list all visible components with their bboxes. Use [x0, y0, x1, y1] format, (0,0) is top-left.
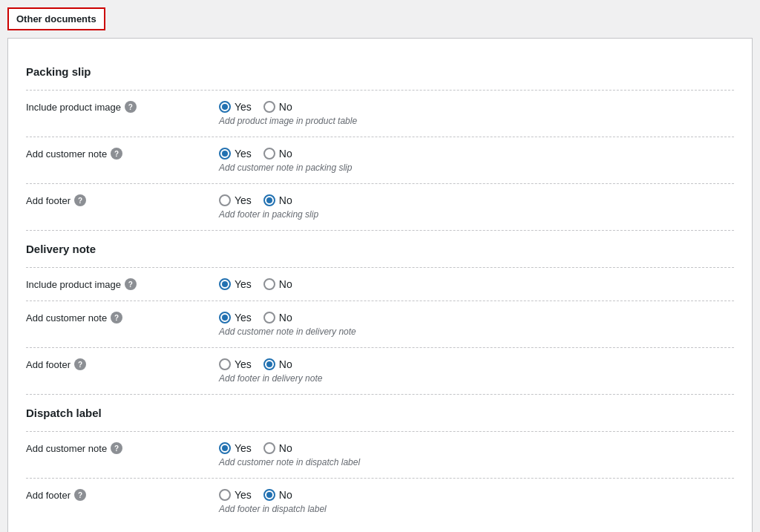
radio-label-dl-add-footer-no: No — [279, 489, 292, 501]
radio-option-dn-add-footer-no[interactable]: No — [263, 358, 292, 370]
radio-group-ps-add-footer: YesNo — [219, 194, 734, 206]
section-title-dispatch-label: Dispatch label — [26, 407, 734, 422]
radio-option-dn-add-customer-note-no[interactable]: No — [263, 312, 292, 324]
radio-group-dl-add-footer: YesNo — [219, 489, 734, 501]
radio-input-dn-add-customer-note-yes[interactable] — [219, 312, 231, 324]
radio-group-ps-include-product-image: YesNo — [219, 101, 734, 113]
radio-option-dl-add-footer-yes[interactable]: Yes — [219, 489, 252, 501]
radio-option-ps-add-footer-yes[interactable]: Yes — [219, 194, 252, 206]
helper-text-dl-add-footer: Add footer in dispatch label — [219, 504, 734, 514]
radio-option-ps-include-product-image-yes[interactable]: Yes — [219, 101, 252, 113]
section-title-packing-slip: Packing slip — [26, 65, 734, 81]
setting-control-ps-add-customer-note: YesNoAdd customer note in packing slip — [219, 148, 734, 173]
radio-input-dl-add-customer-note-yes[interactable] — [219, 442, 231, 454]
setting-row-dn-add-customer-note: Add customer note?YesNoAdd customer note… — [26, 301, 734, 348]
helper-text-dn-add-customer-note: Add customer note in delivery note — [219, 326, 734, 337]
radio-label-dl-add-customer-note-yes: Yes — [235, 442, 252, 454]
radio-label-ps-add-customer-note-yes: Yes — [235, 148, 252, 160]
page-wrapper: Other documents Packing slipInclude prod… — [0, 0, 760, 532]
radio-input-ps-add-footer-no[interactable] — [263, 194, 275, 206]
setting-label-text-ps-include-product-image: Include product image — [26, 102, 121, 113]
radio-option-ps-add-customer-note-no[interactable]: No — [263, 148, 292, 160]
radio-input-dl-add-footer-yes[interactable] — [219, 489, 231, 501]
setting-label-ps-include-product-image: Include product image? — [26, 101, 219, 113]
radio-option-dn-add-customer-note-yes[interactable]: Yes — [219, 312, 252, 324]
radio-label-dn-add-customer-note-no: No — [279, 312, 292, 324]
radio-input-ps-add-customer-note-no[interactable] — [263, 148, 275, 160]
setting-label-text-dl-add-footer: Add footer — [26, 490, 71, 501]
radio-input-ps-add-footer-yes[interactable] — [219, 194, 231, 206]
setting-label-text-ps-add-customer-note: Add customer note — [26, 148, 107, 160]
setting-row-dn-add-footer: Add footer?YesNoAdd footer in delivery n… — [26, 348, 734, 395]
radio-input-dl-add-customer-note-no[interactable] — [263, 442, 275, 454]
radio-input-dn-include-product-image-yes[interactable] — [219, 278, 231, 290]
helper-text-ps-include-product-image: Add product image in product table — [219, 116, 734, 126]
radio-option-ps-include-product-image-no[interactable]: No — [263, 101, 292, 113]
radio-label-dn-add-footer-no: No — [279, 358, 292, 370]
radio-label-ps-add-footer-no: No — [279, 194, 292, 206]
radio-input-dl-add-footer-no[interactable] — [263, 489, 275, 501]
setting-row-ps-add-footer: Add footer?YesNoAdd footer in packing sl… — [26, 184, 734, 231]
setting-row-ps-add-customer-note: Add customer note?YesNoAdd customer note… — [26, 137, 734, 184]
radio-group-dn-add-footer: YesNo — [219, 358, 734, 370]
radio-option-dl-add-footer-no[interactable]: No — [263, 489, 292, 501]
setting-control-ps-add-footer: YesNoAdd footer in packing slip — [219, 194, 734, 220]
radio-input-dn-add-footer-yes[interactable] — [219, 358, 231, 370]
setting-control-dn-add-footer: YesNoAdd footer in delivery note — [219, 358, 734, 384]
radio-label-ps-add-footer-yes: Yes — [235, 194, 252, 206]
setting-label-text-dn-include-product-image: Include product image — [26, 279, 121, 290]
radio-option-ps-add-footer-no[interactable]: No — [263, 194, 292, 206]
radio-option-dl-add-customer-note-no[interactable]: No — [263, 442, 292, 454]
help-icon-ps-add-footer[interactable]: ? — [74, 194, 86, 206]
help-icon-ps-add-customer-note[interactable]: ? — [111, 148, 122, 160]
setting-label-dn-include-product-image: Include product image? — [26, 278, 219, 290]
radio-option-dn-include-product-image-yes[interactable]: Yes — [219, 278, 252, 290]
radio-label-dn-add-footer-yes: Yes — [235, 358, 252, 370]
main-content: Packing slipInclude product image?YesNoA… — [7, 38, 753, 532]
radio-input-ps-include-product-image-yes[interactable] — [219, 101, 231, 113]
help-icon-dn-include-product-image[interactable]: ? — [125, 278, 137, 290]
help-icon-dn-add-footer[interactable]: ? — [74, 358, 86, 370]
radio-input-dn-add-footer-no[interactable] — [263, 358, 275, 370]
radio-label-ps-include-product-image-yes: Yes — [235, 101, 252, 113]
helper-text-dl-add-customer-note: Add customer note in dispatch label — [219, 457, 734, 467]
setting-control-dl-add-customer-note: YesNoAdd customer note in dispatch label — [219, 442, 734, 467]
section-header-dispatch-label: Dispatch label — [26, 395, 734, 431]
help-icon-dn-add-customer-note[interactable]: ? — [111, 312, 122, 324]
radio-group-ps-add-customer-note: YesNo — [219, 148, 734, 160]
other-documents-tab[interactable]: Other documents — [7, 7, 105, 30]
section-title-delivery-note: Delivery note — [26, 243, 734, 258]
section-header-delivery-note: Delivery note — [26, 231, 734, 267]
setting-control-dn-add-customer-note: YesNoAdd customer note in delivery note — [219, 312, 734, 337]
setting-control-ps-include-product-image: YesNoAdd product image in product table — [219, 101, 734, 126]
setting-row-dl-add-customer-note: Add customer note?YesNoAdd customer note… — [26, 432, 734, 479]
radio-option-dn-include-product-image-no[interactable]: No — [263, 278, 292, 290]
helper-text-ps-add-footer: Add footer in packing slip — [219, 209, 734, 220]
section-header-packing-slip: Packing slip — [26, 53, 734, 90]
setting-label-text-dn-add-footer: Add footer — [26, 359, 71, 370]
setting-row-dl-add-footer: Add footer?YesNoAdd footer in dispatch l… — [26, 479, 734, 525]
setting-label-ps-add-customer-note: Add customer note? — [26, 148, 219, 160]
help-icon-dl-add-customer-note[interactable]: ? — [111, 442, 122, 454]
helper-text-dn-add-footer: Add footer in delivery note — [219, 373, 734, 384]
radio-label-ps-include-product-image-no: No — [279, 101, 292, 113]
setting-label-text-dl-add-customer-note: Add customer note — [26, 443, 107, 454]
radio-group-dn-add-customer-note: YesNo — [219, 312, 734, 324]
radio-input-dn-include-product-image-no[interactable] — [263, 278, 275, 290]
radio-input-ps-add-customer-note-yes[interactable] — [219, 148, 231, 160]
setting-label-dn-add-customer-note: Add customer note? — [26, 312, 219, 324]
radio-label-dn-include-product-image-no: No — [279, 278, 292, 290]
radio-option-dn-add-footer-yes[interactable]: Yes — [219, 358, 252, 370]
setting-label-dl-add-customer-note: Add customer note? — [26, 442, 219, 454]
tab-bar: Other documents — [7, 7, 753, 30]
radio-option-ps-add-customer-note-yes[interactable]: Yes — [219, 148, 252, 160]
radio-input-dn-add-customer-note-no[interactable] — [263, 312, 275, 324]
help-icon-ps-include-product-image[interactable]: ? — [125, 101, 137, 113]
setting-label-ps-add-footer: Add footer? — [26, 194, 219, 206]
radio-input-ps-include-product-image-no[interactable] — [263, 101, 275, 113]
helper-text-ps-add-customer-note: Add customer note in packing slip — [219, 162, 734, 173]
help-icon-dl-add-footer[interactable]: ? — [74, 489, 86, 501]
setting-control-dn-include-product-image: YesNo — [219, 278, 734, 290]
radio-option-dl-add-customer-note-yes[interactable]: Yes — [219, 442, 252, 454]
radio-label-dl-add-customer-note-no: No — [279, 442, 292, 454]
